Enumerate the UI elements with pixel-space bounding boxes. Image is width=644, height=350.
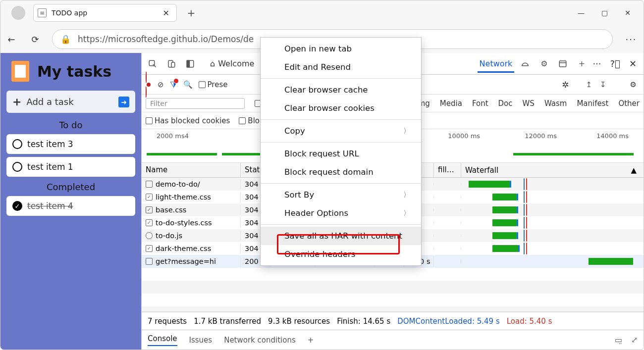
clear-button[interactable]: ⊘ (158, 80, 164, 89)
menu-header-options[interactable]: Header Options〉 (261, 204, 421, 222)
devtools-drawer: Console Issues Network conditions + ▭̤ ⤢ (142, 330, 644, 350)
window-maximize-icon[interactable]: ▢ (601, 9, 608, 17)
application-icon[interactable] (555, 56, 571, 72)
context-menu: Open in new tab Edit and Resend Clear br… (260, 37, 422, 266)
import-har-icon[interactable]: ↥ (586, 80, 592, 89)
menu-save-har[interactable]: Save all as HAR with content (261, 227, 421, 245)
filter-tab[interactable]: Wasm (544, 98, 567, 109)
close-devtools-icon[interactable]: ✕ (629, 58, 637, 69)
task-item[interactable]: test item 1 (6, 157, 135, 177)
menu-copy[interactable]: Copy〉 (261, 122, 421, 140)
add-tab-icon[interactable]: + (574, 56, 590, 72)
drawer-tab-issues[interactable]: Issues (189, 336, 213, 345)
checkbox-icon-checked[interactable] (12, 201, 22, 211)
network-settings-icon[interactable]: ⚙ (630, 80, 637, 89)
new-tab-button[interactable]: + (183, 7, 200, 19)
gear-icon[interactable]: ⚙ (536, 56, 552, 72)
drawer-tab-network-conditions[interactable]: Network conditions (224, 336, 296, 345)
preserve-log-checkbox[interactable]: Prese (199, 80, 228, 89)
menu-sort-by[interactable]: Sort By〉 (261, 186, 421, 204)
empty-rows (142, 268, 644, 312)
help-icon[interactable]: ?⃝ (610, 58, 620, 69)
settings-wrench-icon[interactable]: ✲ (562, 80, 569, 90)
section-todo-title: To do (6, 120, 135, 130)
css-icon (146, 245, 153, 252)
blocked-cookies-checkbox[interactable]: Has blocked cookies (146, 116, 230, 125)
css-icon (146, 206, 153, 213)
inspect-element-icon[interactable] (145, 56, 161, 72)
css-icon (146, 194, 153, 200)
svg-rect-5 (560, 61, 567, 67)
svg-rect-2 (171, 62, 175, 67)
tab-close-icon[interactable]: ✕ (161, 8, 171, 18)
window-minimize-icon[interactable]: — (578, 9, 585, 17)
css-icon (146, 219, 153, 226)
tab-title: TODO app (52, 9, 156, 17)
url-text: https://microsoftedge.github.io/Demos/de (78, 34, 254, 44)
network-tab[interactable]: Network (478, 55, 515, 73)
network-summary-bar: 7 requests 1.7 kB transferred 9.3 kB res… (142, 312, 644, 330)
add-task-input[interactable]: + Add a task ➜ (6, 91, 135, 113)
profile-avatar[interactable] (11, 6, 25, 20)
chevron-right-icon: 〉 (403, 127, 410, 136)
chevron-right-icon: 〉 (403, 191, 410, 200)
drawer-tab-console[interactable]: Console (148, 334, 177, 346)
add-drawer-tab-icon[interactable]: + (308, 336, 314, 345)
performance-icon[interactable] (517, 56, 533, 72)
browser-menu-icon[interactable]: ··· (623, 34, 640, 45)
checkbox-icon[interactable] (12, 139, 22, 149)
add-task-label: Add a task (26, 97, 73, 107)
export-har-icon[interactable]: ↧ (600, 80, 606, 89)
menu-open-new-tab[interactable]: Open in new tab (261, 40, 421, 58)
menu-clear-cache[interactable]: Clear browser cache (261, 81, 421, 99)
refresh-button[interactable]: ⟳ (28, 34, 42, 45)
filter-input[interactable]: Filter (146, 98, 245, 109)
todo-app-panel: My tasks + Add a task ➜ To do test item … (0, 53, 141, 350)
browser-tab[interactable]: ≡ TODO app ✕ (33, 4, 177, 22)
sort-arrow-icon: ▲ (631, 166, 637, 175)
more-tools-icon[interactable]: ··· (592, 58, 601, 69)
lock-icon: 🔒 (60, 34, 71, 44)
welcome-tab[interactable]: ⌂Welcome (208, 55, 256, 72)
filter-tab[interactable]: Manifest (577, 98, 608, 109)
section-done-title: Completed (6, 182, 135, 192)
device-toggle-icon[interactable] (163, 56, 179, 72)
menu-clear-cookies[interactable]: Clear browser cookies (261, 99, 421, 117)
window-close-icon[interactable]: ✕ (625, 9, 631, 17)
menu-block-domain[interactable]: Block request domain (261, 163, 421, 181)
task-item[interactable]: test item 3 (6, 134, 135, 154)
app-title: My tasks (37, 63, 111, 80)
filter-tab[interactable]: Media (440, 98, 462, 109)
doc-icon (146, 181, 153, 188)
js-icon (146, 232, 153, 239)
chevron-right-icon: 〉 (403, 209, 410, 218)
filter-tab[interactable]: WS (523, 98, 535, 109)
drawer-issues-icon[interactable]: ▭̤ (615, 335, 622, 345)
filter-tab[interactable]: Doc (498, 98, 513, 109)
filter-tab[interactable]: Font (472, 98, 488, 109)
drawer-expand-icon[interactable]: ⤢ (631, 335, 638, 345)
svg-rect-4 (187, 60, 189, 67)
menu-edit-resend[interactable]: Edit and Resend (261, 58, 421, 76)
task-item-completed[interactable]: test item 4 (6, 196, 135, 216)
doc-icon (146, 258, 153, 265)
filter-tab[interactable]: Other (618, 98, 640, 109)
back-button[interactable]: ← (4, 34, 18, 45)
app-logo-icon (11, 61, 29, 82)
menu-block-url[interactable]: Block request URL (261, 145, 421, 163)
dock-side-icon[interactable] (182, 56, 198, 72)
plus-icon: + (12, 96, 21, 108)
filter-funnel-icon[interactable]: ⧩ (170, 79, 177, 90)
checkbox-icon[interactable] (12, 162, 22, 172)
menu-override-headers[interactable]: Override headers (261, 245, 421, 263)
add-task-submit-icon[interactable]: ➜ (118, 97, 129, 107)
tab-favicon: ≡ (38, 8, 47, 17)
search-icon[interactable]: 🔍 (183, 80, 193, 89)
record-button[interactable] (146, 73, 152, 97)
